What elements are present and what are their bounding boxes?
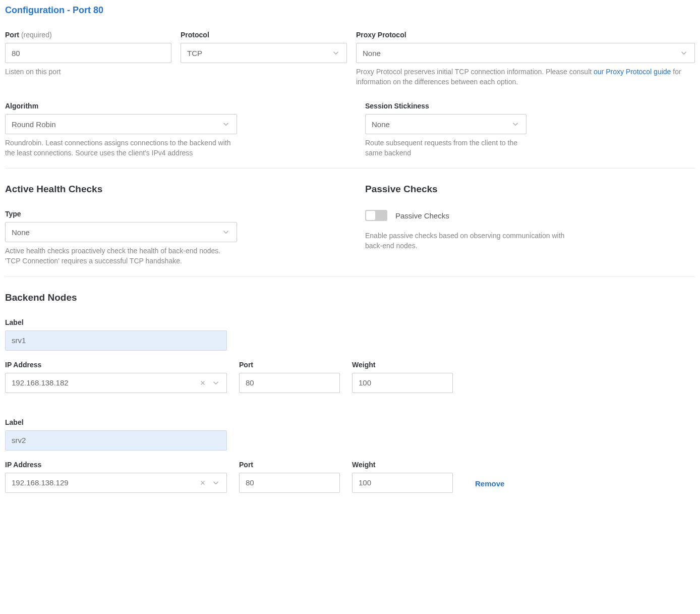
backend-ip-select[interactable]: 192.168.138.182: [5, 373, 227, 393]
chevron-down-icon: [221, 228, 230, 237]
backend-label-label: Label: [5, 418, 695, 426]
backend-port-input[interactable]: [239, 373, 340, 393]
close-icon[interactable]: [199, 479, 206, 486]
proxy-protocol-select[interactable]: None: [356, 43, 695, 63]
passive-checks-toggle[interactable]: [365, 210, 387, 221]
backend-port-label: Port: [239, 361, 340, 369]
algorithm-help: Roundrobin. Least connections assigns co…: [5, 138, 237, 158]
protocol-label: Protocol: [181, 31, 347, 39]
passive-checks-toggle-label: Passive Checks: [395, 211, 449, 220]
backend-label-label: Label: [5, 318, 695, 326]
stickiness-label: Session Stickiness: [365, 102, 695, 110]
active-health-type-select[interactable]: None: [5, 222, 237, 242]
port-help: Listen on this port: [5, 67, 171, 77]
port-input[interactable]: [5, 43, 171, 63]
chevron-down-icon: [511, 120, 520, 129]
backend-port-label: Port: [239, 461, 340, 469]
backend-weight-input[interactable]: [352, 373, 453, 393]
algorithm-select[interactable]: Round Robin: [5, 114, 237, 134]
active-health-type-label: Type: [5, 210, 335, 218]
chevron-down-icon: [679, 48, 688, 58]
proxy-protocol-label: Proxy Protocol: [356, 31, 695, 39]
algorithm-label: Algorithm: [5, 102, 335, 110]
chevron-down-icon: [331, 48, 340, 58]
backend-label-input[interactable]: [5, 330, 227, 351]
stickiness-help: Route subsequent requests from the clien…: [365, 138, 527, 158]
backend-port-input[interactable]: [239, 473, 340, 493]
port-label: Port (required): [5, 31, 171, 39]
passive-checks-help: Enable passive checks based on observing…: [365, 231, 582, 251]
proxy-protocol-guide-link[interactable]: our Proxy Protocol guide: [594, 68, 671, 76]
close-icon[interactable]: [199, 379, 206, 386]
remove-button[interactable]: Remove: [475, 479, 504, 493]
backend-weight-label: Weight: [352, 461, 453, 469]
backend-weight-input[interactable]: [352, 473, 453, 493]
backend-nodes-title: Backend Nodes: [5, 292, 695, 303]
chevron-down-icon: [221, 120, 230, 129]
protocol-select[interactable]: TCP: [181, 43, 347, 63]
chevron-down-icon: [211, 378, 220, 387]
stickiness-select[interactable]: None: [365, 114, 527, 134]
page-title: Configuration - Port 80: [5, 5, 695, 16]
backend-ip-label: IP Address: [5, 361, 227, 369]
backend-ip-label: IP Address: [5, 461, 227, 469]
active-health-title: Active Health Checks: [5, 184, 335, 195]
passive-checks-title: Passive Checks: [365, 184, 695, 195]
backend-weight-label: Weight: [352, 361, 453, 369]
chevron-down-icon: [211, 478, 220, 487]
active-health-help: Active health checks proactively check t…: [5, 246, 237, 266]
backend-label-input[interactable]: [5, 430, 227, 451]
proxy-protocol-help: Proxy Protocol preserves initial TCP con…: [356, 67, 695, 87]
backend-ip-select[interactable]: 192.168.138.129: [5, 473, 227, 493]
